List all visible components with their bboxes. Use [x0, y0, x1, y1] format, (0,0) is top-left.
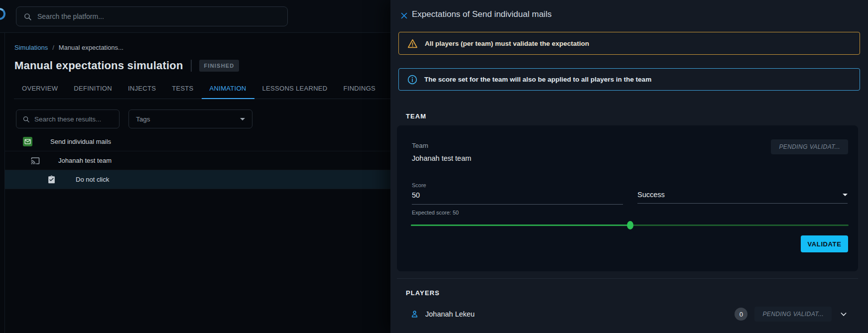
team-name: Johanah test team: [412, 154, 471, 162]
player-score-badge: 0: [735, 308, 747, 321]
status-badge: FINISHED: [199, 60, 240, 72]
caret-down-icon: [240, 118, 245, 120]
result-select[interactable]: Success: [637, 191, 848, 204]
caret-down-icon: [843, 194, 848, 196]
results-tree: Send individual mails Johanah test team …: [5, 132, 390, 189]
slider-thumb[interactable]: [627, 221, 633, 229]
warning-alert-text: All players (per team) must validate the…: [425, 40, 589, 47]
title-divider: [191, 60, 192, 72]
validate-button[interactable]: VALIDATE: [801, 235, 848, 252]
info-icon: [407, 75, 417, 85]
players-section-heading: PLAYERS: [406, 289, 440, 297]
main-panel: Simulations / Manual expectations... Man…: [0, 0, 390, 333]
team-section-heading: TEAM: [406, 112, 426, 120]
cast-icon: [31, 156, 40, 165]
tab-definition[interactable]: DEFINITION: [66, 79, 120, 99]
tree-row-expectation-selected[interactable]: Do not click: [5, 170, 390, 189]
tree-row-label: Send individual mails: [50, 138, 111, 145]
app-root: Simulations / Manual expectations... Man…: [0, 0, 868, 333]
breadcrumb-current: Manual expectations...: [59, 44, 124, 51]
players-divider: [397, 278, 858, 279]
info-alert-text: The score set for the team will also be …: [424, 76, 651, 83]
expected-score-helper: Expected score: 50: [412, 210, 459, 216]
score-field-label: Score: [412, 182, 426, 188]
tab-findings[interactable]: FINDINGS: [336, 79, 384, 99]
tab-tests[interactable]: TESTS: [164, 79, 201, 99]
player-name: Johanah Lekeu: [425, 310, 475, 318]
result-select-value: Success: [637, 191, 665, 199]
chevron-down-icon[interactable]: [839, 309, 849, 319]
app-logo-fragment: [0, 8, 5, 20]
breadcrumb-link-simulations[interactable]: Simulations: [14, 44, 48, 51]
score-input[interactable]: [412, 191, 623, 199]
search-icon: [23, 12, 32, 21]
team-field-label: Team: [412, 142, 428, 149]
email-icon: [23, 137, 32, 146]
warning-alert: All players (per team) must validate the…: [398, 32, 860, 55]
tree-row-team[interactable]: Johanah test team: [5, 151, 390, 170]
tree-row-label: Do not click: [76, 176, 109, 183]
page-title: Manual expectations simulation: [14, 59, 183, 72]
tree-row-label: Johanah test team: [58, 157, 112, 164]
score-field[interactable]: [412, 191, 623, 205]
warning-icon: [407, 39, 418, 48]
drawer-title: Expectations of Send individual mails: [412, 9, 552, 19]
tab-injects[interactable]: INJECTS: [120, 79, 164, 99]
results-search-input[interactable]: [34, 115, 113, 123]
tags-dropdown[interactable]: Tags: [128, 110, 252, 128]
tags-dropdown-label: Tags: [136, 115, 150, 123]
drawer-header: Expectations of Send individual mails: [390, 0, 868, 30]
title-row: Manual expectations simulation FINISHED: [14, 59, 239, 72]
close-icon[interactable]: [399, 10, 409, 20]
expectations-drawer: Expectations of Send individual mails Al…: [390, 0, 868, 333]
tree-row-inject[interactable]: Send individual mails: [5, 132, 390, 151]
person-icon: [410, 310, 419, 319]
breadcrumb-separator: /: [52, 44, 54, 51]
tab-lessons-learned[interactable]: LESSONS LEARNED: [254, 79, 336, 99]
team-card: Team Johanah test team PENDING VALIDAT..…: [397, 125, 858, 271]
slider-fill: [411, 224, 630, 226]
tab-animation[interactable]: ANIMATION: [202, 79, 254, 99]
player-row-right: 0 PENDING VALIDAT...: [735, 307, 858, 322]
team-status-chip: PENDING VALIDAT...: [771, 139, 848, 154]
global-search-input[interactable]: [37, 12, 280, 20]
tab-overview[interactable]: OVERVIEW: [14, 79, 66, 99]
player-status-chip: PENDING VALIDAT...: [754, 307, 832, 322]
score-slider[interactable]: [411, 222, 849, 228]
search-icon: [22, 115, 30, 123]
results-filters: Tags: [16, 110, 252, 128]
breadcrumb: Simulations / Manual expectations...: [14, 44, 124, 51]
tab-bar: OVERVIEW DEFINITION INJECTS TESTS ANIMAT…: [14, 79, 390, 99]
info-alert: The score set for the team will also be …: [398, 68, 860, 91]
results-search[interactable]: [16, 110, 120, 128]
player-row[interactable]: Johanah Lekeu 0 PENDING VALIDAT...: [397, 303, 858, 326]
topbar: [0, 0, 390, 33]
global-search[interactable]: [16, 6, 288, 26]
clipboard-check-icon: [47, 175, 56, 184]
